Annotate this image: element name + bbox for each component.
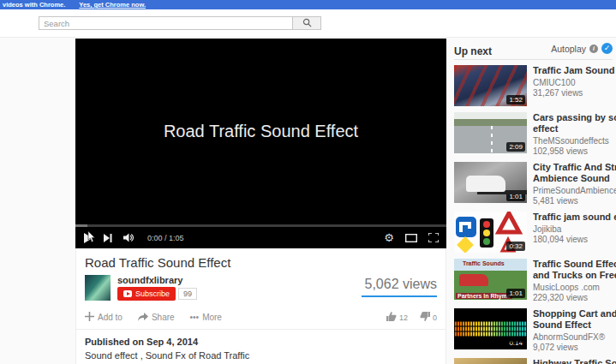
related-views: 31,267 views bbox=[533, 88, 616, 98]
video-thumbnail[interactable]: 0:32 bbox=[454, 212, 527, 253]
subscriber-count: 99 bbox=[178, 288, 197, 300]
share-icon bbox=[138, 313, 148, 323]
related-video-item[interactable]: Traffic Sounds Partners In Rhyme 1:01 Tr… bbox=[454, 259, 616, 302]
related-title[interactable]: Highway Traffic Sound Effect. bbox=[533, 358, 616, 364]
related-channel: TheMSsoundeffects bbox=[533, 136, 616, 146]
duration-badge: 0:32 bbox=[506, 242, 525, 251]
more-dots-icon: ••• bbox=[190, 313, 200, 322]
video-meta: Traffic Sound Effects, Cars and Trucks o… bbox=[533, 259, 616, 302]
related-video-item[interactable]: 0:32 Traffic jam sound effect Jojikiba 1… bbox=[454, 212, 616, 253]
video-player[interactable]: Road Traffic Sound Effect 0:00 / bbox=[75, 39, 446, 248]
fullscreen-button[interactable] bbox=[428, 233, 439, 242]
search-button[interactable] bbox=[292, 16, 321, 30]
related-title[interactable]: Traffic jam sound effect bbox=[533, 212, 616, 223]
youtube-watch-page: videos with Chrome.Yes, get Chrome now. … bbox=[0, 0, 616, 364]
related-title[interactable]: City Traffic And Street Ambience Sound R… bbox=[533, 162, 616, 184]
subscribe-row: Subscribe 99 bbox=[117, 287, 197, 301]
video-thumbnail[interactable]: 0:14 bbox=[454, 308, 527, 349]
video-info-card: Road Traffic Sound Effect soundfxlibrary… bbox=[75, 248, 446, 364]
duration-badge: 1:52 bbox=[506, 95, 525, 104]
channel-row: soundfxlibrary Subscribe 99 5,062 views bbox=[85, 274, 437, 307]
plus-icon bbox=[85, 312, 94, 323]
video-thumbnail[interactable]: 1:01 bbox=[454, 162, 527, 203]
top-header bbox=[0, 9, 616, 38]
up-next-sidebar: Up next Autoplay i ✓ 1:52 Traffic Jam So… bbox=[454, 43, 616, 364]
video-meta: Highway Traffic Sound Effect. SOUND FX bbox=[533, 358, 616, 364]
mouse-cursor-icon bbox=[87, 230, 96, 246]
related-channel: AbnormSoundFX® bbox=[533, 332, 616, 342]
video-thumbnail[interactable]: 1:52 bbox=[454, 65, 527, 106]
video-thumbnail[interactable]: 2:09 bbox=[454, 112, 527, 153]
info-icon[interactable]: i bbox=[589, 45, 598, 53]
video-thumbnail[interactable] bbox=[454, 358, 527, 364]
related-views: 180,094 views bbox=[533, 235, 616, 244]
more-label: More bbox=[202, 313, 222, 322]
channel-name[interactable]: soundfxlibrary bbox=[117, 275, 182, 285]
related-video-item[interactable]: 0:14 Shopping Cart and Traffic | Sound E… bbox=[454, 308, 616, 352]
action-row: Add to Share ••• More 12 bbox=[76, 307, 446, 329]
player-overlay-title: Road Traffic Sound Effect bbox=[75, 122, 446, 141]
view-count: 5,062 views bbox=[362, 277, 437, 292]
subscribe-button[interactable]: Subscribe bbox=[117, 287, 176, 301]
related-channel: MusicLoops .com bbox=[533, 283, 616, 292]
share-button[interactable]: Share bbox=[138, 313, 175, 323]
like-count: 12 bbox=[399, 313, 408, 322]
get-chrome-link[interactable]: Yes, get Chrome now. bbox=[79, 1, 146, 9]
fullscreen-icon bbox=[428, 233, 439, 242]
search-input[interactable] bbox=[39, 16, 293, 30]
video-thumbnail[interactable]: Traffic Sounds Partners In Rhyme 1:01 bbox=[454, 259, 527, 300]
publish-date: Published on Sep 4, 2014 bbox=[85, 337, 437, 347]
video-meta: City Traffic And Street Ambience Sound R… bbox=[533, 162, 616, 206]
volume-button[interactable] bbox=[123, 233, 135, 242]
related-channel: Jojikiba bbox=[533, 224, 616, 234]
player-controls: 0:00 / 1:05 ⚙ bbox=[75, 227, 446, 248]
add-to-button[interactable]: Add to bbox=[85, 312, 123, 323]
up-next-heading: Up next bbox=[454, 45, 492, 57]
related-title[interactable]: Shopping Cart and Traffic | Sound Effect bbox=[533, 308, 616, 331]
video-description: Sound effect , Sound Fx of Road Traffic bbox=[85, 350, 437, 361]
thumb-up-icon bbox=[386, 312, 397, 323]
related-video-item[interactable]: 1:52 Traffic Jam Sound Effect CMIUC100 3… bbox=[454, 65, 616, 106]
subscribe-label: Subscribe bbox=[135, 289, 170, 298]
more-button[interactable]: ••• More bbox=[190, 313, 222, 322]
video-meta: Shopping Cart and Traffic | Sound Effect… bbox=[533, 308, 616, 352]
settings-button[interactable]: ⚙ bbox=[384, 232, 394, 243]
related-views: 9,072 views bbox=[533, 343, 616, 352]
related-views: 5,481 views bbox=[533, 196, 616, 206]
thumbnail-caption-bottom: Partners In Rhyme bbox=[456, 293, 512, 299]
related-video-item[interactable]: 1:01 City Traffic And Street Ambience So… bbox=[454, 162, 616, 206]
dislike-button[interactable]: 0 bbox=[420, 312, 437, 323]
related-title[interactable]: Traffic Jam Sound Effect bbox=[533, 65, 616, 76]
video-meta: Cars passing by sound effect TheMSsounde… bbox=[533, 112, 616, 156]
video-meta: Traffic jam sound effect Jojikiba 180,09… bbox=[533, 212, 616, 253]
related-video-item[interactable]: 2:09 Cars passing by sound effect TheMSs… bbox=[454, 112, 616, 156]
like-button[interactable]: 12 bbox=[386, 312, 408, 323]
duration-badge: 0:14 bbox=[506, 338, 525, 348]
theater-mode-button[interactable] bbox=[405, 234, 417, 242]
theater-mode-icon bbox=[405, 234, 417, 242]
add-to-label: Add to bbox=[98, 313, 123, 322]
thumb-down-icon bbox=[420, 312, 430, 323]
duration-badge: 2:09 bbox=[506, 142, 525, 152]
next-button[interactable] bbox=[104, 234, 112, 242]
chrome-promo-banner: videos with Chrome.Yes, get Chrome now. bbox=[0, 0, 616, 9]
duration-badge: 1:01 bbox=[506, 192, 525, 201]
next-icon bbox=[104, 234, 112, 242]
banner-text: videos with Chrome. bbox=[3, 1, 65, 9]
autoplay-cluster: Autoplay i ✓ bbox=[551, 43, 613, 54]
thumbnail-caption-top: Traffic Sounds bbox=[463, 260, 505, 266]
video-meta: Traffic Jam Sound Effect CMIUC100 31,267… bbox=[533, 65, 616, 106]
related-title[interactable]: Cars passing by sound effect bbox=[533, 112, 616, 134]
video-title: Road Traffic Sound Effect bbox=[76, 248, 446, 272]
related-channel: PrimeSoundAmbience bbox=[533, 186, 616, 195]
settings-gear-icon: ⚙ bbox=[384, 232, 394, 243]
autoplay-label: Autoplay bbox=[551, 44, 586, 54]
related-channel: CMIUC100 bbox=[533, 78, 616, 87]
subscribe-play-icon bbox=[123, 290, 132, 297]
related-title[interactable]: Traffic Sound Effects, Cars and Trucks o… bbox=[533, 259, 616, 281]
related-views: 229,320 views bbox=[533, 293, 616, 302]
related-video-item[interactable]: Highway Traffic Sound Effect. SOUND FX bbox=[454, 358, 616, 364]
autoplay-toggle[interactable]: ✓ bbox=[601, 43, 613, 54]
sentiment-bar bbox=[362, 295, 437, 297]
channel-avatar[interactable] bbox=[85, 275, 111, 301]
